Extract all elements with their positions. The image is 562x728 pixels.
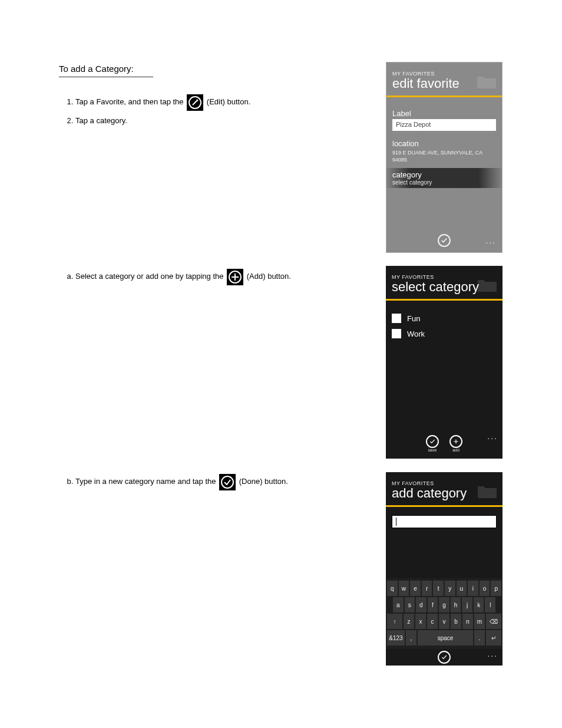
category-value: select category: [392, 179, 496, 186]
folder-heart-icon: [477, 276, 498, 293]
key-z[interactable]: z: [404, 614, 414, 629]
screenshot-edit-favorite: MY FAVORITES edit favorite Label Pizza D…: [386, 62, 503, 253]
key-enter[interactable]: ↵: [486, 630, 501, 645]
category-label: Work: [407, 330, 425, 338]
key-t[interactable]: t: [433, 581, 444, 596]
category-label: Fun: [407, 314, 420, 323]
keyboard: q w e r t y u i o p a s d f g h j k l ↑ …: [386, 578, 503, 649]
instruction-list-3: Type in a new category name and tap the …: [59, 474, 365, 490]
key-r[interactable]: r: [422, 581, 432, 596]
text: Tap a Favorite, and then tap the: [75, 97, 186, 106]
done-button[interactable]: [438, 234, 451, 247]
button-label: save: [428, 448, 437, 452]
more-button[interactable]: ...: [487, 431, 498, 441]
section-heading: To add a Category:: [59, 62, 153, 77]
screenshot-select-category: MY FAVORITES select category Fun Work ..…: [386, 266, 503, 459]
more-button[interactable]: ...: [487, 649, 498, 658]
key-i[interactable]: i: [468, 581, 478, 596]
category-name-input[interactable]: [392, 515, 497, 528]
key-w[interactable]: w: [399, 581, 409, 596]
key-y[interactable]: y: [445, 581, 455, 596]
screenshot-add-category: MY FAVORITES add category q w e r t y u …: [386, 472, 503, 666]
folder-heart-icon: [476, 73, 497, 90]
text: (Edit) button.: [207, 97, 250, 106]
key-f[interactable]: f: [428, 597, 438, 612]
key-l[interactable]: l: [485, 597, 495, 612]
key-n[interactable]: n: [462, 614, 473, 629]
add-icon: [227, 269, 243, 285]
key-v[interactable]: v: [439, 614, 449, 629]
done-button[interactable]: [438, 651, 451, 664]
instruction-item: Tap a category.: [75, 116, 365, 127]
instruction-list-2: Select a category or add one by tapping …: [59, 269, 365, 285]
key-s[interactable]: s: [405, 597, 415, 612]
done-icon: [219, 474, 236, 490]
key-o[interactable]: o: [480, 581, 490, 596]
instruction-item: Type in a new category name and tap the …: [75, 474, 365, 490]
instruction-item: Select a category or add one by tapping …: [75, 269, 365, 285]
more-button[interactable]: ...: [485, 236, 496, 245]
key-h[interactable]: h: [451, 597, 461, 612]
key-backspace[interactable]: ⌫: [486, 614, 501, 629]
category-item[interactable]: Work: [392, 329, 497, 338]
key-k[interactable]: k: [474, 597, 484, 612]
instruction-item: Tap a Favorite, and then tap the (Edit) …: [75, 94, 365, 111]
folder-heart-icon: [477, 483, 498, 499]
add-button[interactable]: add: [449, 435, 462, 452]
key-d[interactable]: d: [416, 597, 427, 612]
key-symbols[interactable]: &123: [387, 630, 405, 645]
accent-bar: [386, 505, 503, 507]
checkbox[interactable]: [392, 329, 401, 338]
key-m[interactable]: m: [474, 614, 485, 629]
key-u[interactable]: u: [457, 581, 467, 596]
key-x[interactable]: x: [415, 614, 426, 629]
text: (Add) button.: [247, 272, 291, 281]
key-space[interactable]: space: [418, 630, 473, 645]
category-item[interactable]: Fun: [392, 314, 497, 323]
label-input[interactable]: Pizza Depot: [392, 119, 496, 131]
key-j[interactable]: j: [462, 597, 472, 612]
text-cursor: [396, 518, 396, 526]
instruction-list-1: Tap a Favorite, and then tap the (Edit) …: [59, 94, 365, 127]
key-q[interactable]: q: [387, 581, 398, 596]
category-row[interactable]: category select category: [386, 168, 502, 188]
location-value: 919 E DUANE AVE, SUNNYVALE, CA 94085: [392, 149, 496, 163]
svg-point-2: [222, 476, 233, 488]
key-c[interactable]: c: [427, 614, 438, 629]
key-dot[interactable]: .: [474, 630, 485, 645]
save-button[interactable]: save: [426, 435, 439, 452]
edit-icon: [187, 94, 203, 111]
label-heading: Label: [392, 109, 496, 118]
text: (Done) button.: [239, 477, 288, 486]
key-e[interactable]: e: [410, 581, 421, 596]
key-a[interactable]: a: [393, 597, 404, 612]
key-p[interactable]: p: [491, 581, 501, 596]
checkbox[interactable]: [392, 314, 401, 323]
text: Type in a new category name and tap the: [75, 477, 218, 486]
key-b[interactable]: b: [451, 614, 461, 629]
button-label: add: [452, 448, 459, 452]
key-shift[interactable]: ↑: [387, 614, 402, 629]
key-comma[interactable]: ,: [406, 630, 416, 645]
text: Select a category or add one by tapping …: [75, 272, 226, 281]
category-heading: category: [392, 170, 496, 179]
key-g[interactable]: g: [439, 597, 449, 612]
location-heading: location: [392, 139, 496, 148]
